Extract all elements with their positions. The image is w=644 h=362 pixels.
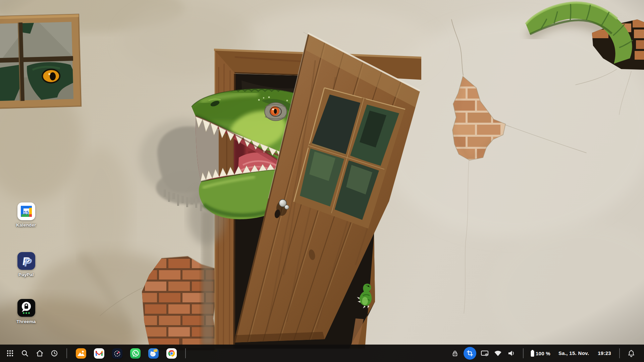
wifi-button[interactable] — [491, 345, 505, 362]
recents-button[interactable] — [47, 345, 62, 362]
notifications-button[interactable] — [625, 345, 638, 362]
gallery-app-icon — [76, 348, 86, 359]
recents-clock-icon — [51, 350, 58, 357]
taskbar-divider — [66, 348, 67, 358]
date-text: Sa., 15. Nov. — [558, 350, 589, 356]
mouse-files-app-icon — [148, 348, 159, 359]
notifications-bell-icon — [628, 350, 635, 357]
app-gallery[interactable] — [72, 345, 90, 362]
speed-gauge-app-icon — [112, 348, 122, 359]
svg-text:P: P — [23, 256, 33, 269]
chrome-app-icon — [166, 348, 177, 359]
wifi-icon — [494, 350, 502, 357]
desktop-icon-label: PayPal — [18, 272, 34, 277]
battery-icon — [530, 349, 535, 357]
battery-status[interactable]: 100 % — [530, 349, 550, 357]
time-text: 19:23 — [598, 350, 611, 356]
google-calendar-icon: 15 — [17, 202, 35, 220]
threema-glyph — [17, 299, 35, 317]
app-whatsapp[interactable] — [126, 345, 144, 362]
launcher-grid-icon — [6, 350, 14, 357]
app-chrome[interactable] — [162, 345, 180, 362]
desktop-screen: / — [0, 0, 644, 362]
whatsapp-app-icon — [130, 348, 141, 359]
volume-button[interactable] — [505, 345, 518, 362]
volume-icon — [507, 350, 515, 357]
home-icon — [36, 350, 44, 357]
time-status[interactable]: 19:23 — [598, 350, 611, 356]
desktop-icon-label: Threema — [16, 319, 36, 324]
search-button[interactable] — [17, 345, 32, 362]
desktop-icon-kalender[interactable]: 15 Kalender — [5, 202, 48, 228]
lock-icon — [451, 350, 459, 357]
taskbar: 100 % Sa., 15. Nov. 19:23 — [0, 345, 644, 362]
search-icon — [21, 350, 29, 357]
photo-vignette — [0, 0, 644, 362]
app-gmail[interactable] — [90, 345, 108, 362]
threema-icon — [17, 299, 35, 317]
wallpaper: / — [0, 0, 644, 362]
lock-button[interactable] — [448, 345, 462, 362]
calendar-day-number: 15 — [23, 209, 29, 215]
app-launcher-button[interactable] — [3, 345, 17, 362]
paypal-glyph: P P — [17, 252, 35, 270]
taskbar-divider — [185, 348, 186, 358]
screenshot-crop-button[interactable] — [462, 345, 478, 362]
taskbar-divider — [619, 348, 620, 358]
crop-icon — [467, 350, 473, 357]
gmail-app-icon — [94, 348, 104, 359]
crop-active-circle — [464, 347, 476, 360]
home-button[interactable] — [32, 345, 47, 362]
wallpaper-mural-svg: / — [0, 0, 644, 362]
display-settings-icon — [481, 350, 489, 357]
app-speedtest[interactable] — [108, 345, 126, 362]
desktop-icon-threema[interactable]: Threema — [5, 299, 48, 324]
date-status[interactable]: Sa., 15. Nov. — [558, 350, 589, 356]
desktop-icon-paypal[interactable]: P P PayPal — [5, 252, 48, 277]
battery-percent-text: 100 % — [536, 351, 550, 356]
taskbar-divider — [523, 348, 524, 358]
display-settings-button[interactable] — [478, 345, 491, 362]
paypal-icon: P P — [17, 252, 35, 270]
app-mouse-files[interactable] — [144, 345, 162, 362]
desktop-icon-label: Kalender — [16, 223, 36, 228]
